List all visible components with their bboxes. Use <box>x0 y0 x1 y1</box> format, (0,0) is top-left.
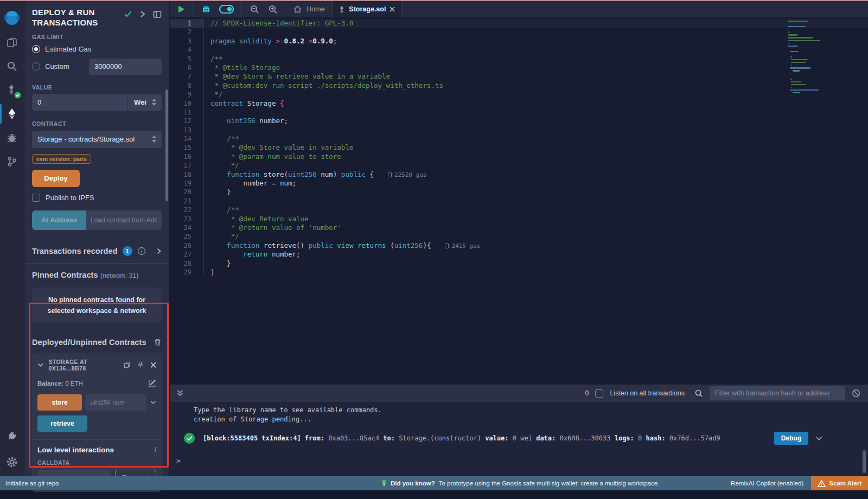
terminal-filter-input[interactable] <box>710 386 845 400</box>
code-line[interactable]: 8 * @custom:dev-run-script ./scripts/dep… <box>170 81 868 90</box>
sidebar-item-debugger[interactable] <box>0 126 24 150</box>
code-line[interactable]: 7 * @dev Store & retrieve value in a var… <box>170 72 868 81</box>
code-line[interactable]: 23 * @dev Return value <box>170 215 868 223</box>
listen-all-checkbox[interactable] <box>595 389 603 398</box>
custom-gas-radio[interactable] <box>32 62 40 71</box>
terminal-toolbar: 0 Listen on all transactions <box>170 385 868 402</box>
low-level-title: Low level interactions <box>37 446 114 454</box>
retrieve-function-button[interactable]: retrieve <box>37 415 87 432</box>
sidebar-item-file-explorer[interactable] <box>0 30 24 54</box>
code-line[interactable]: 28 } <box>170 259 868 268</box>
code-editor[interactable]: 1// SPDX-License-Identifier: GPL-3.023pr… <box>170 17 868 385</box>
terminal-scrollbar[interactable] <box>863 450 866 473</box>
remove-contract-icon[interactable] <box>150 362 156 368</box>
transactions-recorded-row[interactable]: Transactions recorded 1 <box>24 239 169 263</box>
transaction-log-row[interactable]: [block:5583405 txIndex:4] from: 0xa03...… <box>170 432 868 445</box>
sidebar-item-deploy-and-run[interactable] <box>0 102 24 126</box>
sidebar-item-plugin-manager[interactable] <box>0 424 24 448</box>
compile-ok-badge <box>14 92 21 99</box>
code-line[interactable]: 17 */ <box>170 161 868 170</box>
close-tab-icon[interactable] <box>390 7 395 12</box>
panel-title: DEPLOY & RUN TRANSACTIONS <box>32 8 113 28</box>
remix-logo[interactable] <box>0 4 24 30</box>
code-line[interactable]: 26 function retrieve() public view retur… <box>170 241 868 250</box>
code-line[interactable]: 20 } <box>170 188 868 196</box>
value-unit-select[interactable]: Wei <box>127 94 162 111</box>
code-line[interactable]: 1// SPDX-License-Identifier: GPL-3.0 <box>170 19 868 28</box>
code-line[interactable]: 6 * @title Storage <box>170 63 868 72</box>
home-icon[interactable] <box>293 5 302 14</box>
panel-scrollbar[interactable] <box>165 89 168 201</box>
expand-transactions-icon[interactable] <box>156 248 162 254</box>
code-line[interactable]: 29} <box>170 268 868 277</box>
deploy-button[interactable]: Deploy <box>32 170 80 187</box>
code-line[interactable]: 11 <box>170 108 868 117</box>
copy-address-icon[interactable] <box>123 361 131 369</box>
code-line[interactable]: 18 function store(uint256 num) public {2… <box>170 170 868 179</box>
terminal-search-icon[interactable] <box>694 389 703 398</box>
zoom-out-icon[interactable] <box>250 4 259 14</box>
code-line[interactable]: 12 uint256 number; <box>170 117 868 125</box>
copilot-toggle-icon[interactable] <box>219 5 234 14</box>
minimap[interactable] <box>788 21 826 100</box>
code-line[interactable]: 19 number = num; <box>170 179 868 188</box>
transactions-recorded-label: Transactions recorded <box>32 247 118 255</box>
code-line[interactable]: 10contract Storage { <box>170 99 868 108</box>
clear-terminal-icon[interactable] <box>852 389 860 398</box>
code-line[interactable]: 13 <box>170 126 868 135</box>
custom-gas-input[interactable] <box>89 59 162 75</box>
store-function-button[interactable]: store <box>37 394 82 411</box>
git-init-status[interactable]: Initialize as git repo <box>0 480 59 487</box>
info-icon[interactable] <box>137 247 146 255</box>
contract-select[interactable]: Storage - contracts/Storage.sol <box>32 131 162 148</box>
code-line[interactable]: 22 /** <box>170 206 868 214</box>
copilot-status[interactable]: RemixAI Copilot (enabled) <box>731 480 803 487</box>
pin-contract-icon[interactable] <box>137 361 144 369</box>
code-line[interactable]: 27 return number; <box>170 250 868 259</box>
expand-terminal-icon[interactable] <box>176 389 184 397</box>
home-tab-label[interactable]: Home <box>307 5 324 13</box>
code-line[interactable]: 2 <box>170 28 868 36</box>
zoom-in-icon[interactable] <box>268 4 278 14</box>
deploy-run-panel: DEPLOY & RUN TRANSACTIONS GAS LIMIT Esti… <box>24 1 170 476</box>
sidebar-item-settings[interactable] <box>0 448 24 476</box>
code-line[interactable]: 15 * @dev Store value in variable <box>170 143 868 152</box>
edit-balance-icon[interactable] <box>148 380 156 388</box>
ai-assistant-robot-icon[interactable] <box>201 4 212 15</box>
code-line[interactable]: 24 * @return value of 'number' <box>170 223 868 232</box>
code-line[interactable]: 14 /** <box>170 135 868 143</box>
code-line[interactable]: 9 */ <box>170 90 868 99</box>
code-line[interactable]: 3pragma solidity >=0.8.2 <0.9.0; <box>170 37 868 46</box>
expand-tx-icon[interactable] <box>815 436 822 441</box>
value-input[interactable] <box>32 94 127 111</box>
custom-gas-label: Custom <box>45 62 69 71</box>
low-level-info-icon[interactable]: i <box>154 446 156 455</box>
search-icon <box>6 60 18 72</box>
collapse-panel-icon[interactable] <box>139 10 146 18</box>
run-script-icon[interactable] <box>177 5 185 14</box>
store-arg-input[interactable] <box>85 394 146 411</box>
code-line[interactable]: 16 * @param num value to store <box>170 152 868 161</box>
transactions-count-badge: 1 <box>123 246 132 256</box>
code-line[interactable]: 4 <box>170 46 868 54</box>
expand-args-icon[interactable] <box>150 400 156 405</box>
debug-button[interactable]: Debug <box>774 432 808 445</box>
tab-storage-sol[interactable]: Storage.sol <box>333 1 401 17</box>
sidebar-item-search[interactable] <box>0 54 24 78</box>
sidebar-item-solidity-compiler[interactable] <box>0 78 24 102</box>
at-address-button[interactable]: At Address <box>32 210 86 230</box>
terminal[interactable]: Type the library name to see available c… <box>170 402 868 476</box>
collapse-contract-icon[interactable] <box>37 363 43 367</box>
at-address-input[interactable] <box>86 210 162 230</box>
code-line[interactable]: 25 */ <box>170 232 868 241</box>
publish-ipfs-checkbox[interactable] <box>32 194 40 202</box>
contract-card-header[interactable]: STORAGE AT 0X136...8B78 <box>37 359 156 372</box>
code-line[interactable]: 5/** <box>170 55 868 63</box>
code-line[interactable]: 21 <box>170 197 868 206</box>
trash-icon[interactable] <box>154 338 162 347</box>
sidebar-item-git[interactable] <box>0 150 24 174</box>
scam-alert-button[interactable]: Scam Alert <box>811 476 868 490</box>
estimated-gas-radio[interactable] <box>32 45 40 53</box>
terminal-prompt[interactable]: > <box>170 457 868 465</box>
pin-view-icon[interactable] <box>153 10 162 18</box>
